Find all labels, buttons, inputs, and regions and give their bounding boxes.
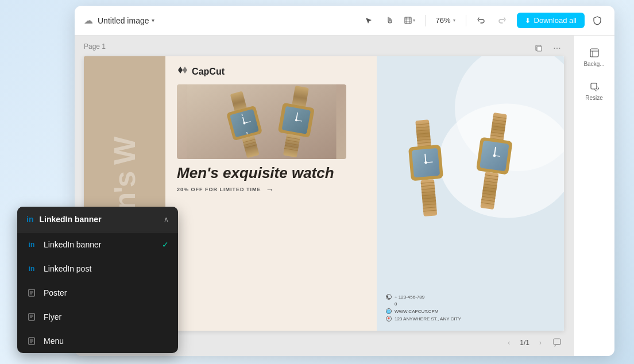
toolbar-center: ▾ 76% ▾: [361, 13, 510, 29]
dropdown-item-linkedin-banner-label: LinkedIn banner: [44, 240, 155, 249]
next-page-btn[interactable]: ›: [534, 336, 547, 349]
address-text: 123 ANYWHERE ST., ANY CITY: [395, 316, 461, 322]
poster-icon: [26, 288, 37, 298]
right-panel: Backg... Resize: [573, 36, 614, 356]
undo-btn[interactable]: [473, 13, 489, 29]
dropdown-item-flyer-label: Flyer: [44, 312, 169, 322]
pointer-icon: [365, 17, 373, 25]
comment-icon: [553, 338, 562, 347]
hand-tool-btn[interactable]: [381, 13, 397, 29]
dropdown-item-poster-label: Poster: [44, 288, 169, 297]
page-copy-btn[interactable]: [532, 41, 546, 55]
banner-middle-section: CapCut: [165, 56, 377, 331]
svg-rect-79: [554, 339, 560, 344]
chevron-down-icon: ▾: [152, 17, 154, 24]
copy-icon: [534, 44, 543, 53]
page-label: Page 1: [84, 42, 106, 51]
resize-icon: [589, 81, 600, 92]
svg-rect-81: [591, 83, 597, 89]
zoom-level-text: 76%: [436, 16, 451, 25]
banner-subtext-text: 20% OFF FOR LIMITED TIME: [177, 187, 261, 192]
resize-panel-btn[interactable]: Resize: [578, 76, 610, 106]
redo-btn[interactable]: [494, 13, 510, 29]
cloud-icon: ☁: [84, 15, 93, 26]
zoom-control[interactable]: 76% ▾: [432, 14, 459, 27]
address-row: 📍 123 ANYWHERE ST., ANY CITY: [386, 316, 461, 322]
svg-rect-86: [29, 313, 34, 320]
doc-title-text: Untitled image: [98, 16, 149, 25]
doc-title[interactable]: Untitled image ▾: [98, 16, 154, 25]
dropdown-item-menu[interactable]: Menu: [17, 329, 178, 353]
arrow-right-icon: →: [266, 185, 275, 194]
linkedin-banner-icon: in: [26, 239, 37, 250]
dropdown-item-linkedin-post-label: LinkedIn post: [44, 264, 169, 273]
svg-rect-87: [29, 338, 34, 344]
resize-btn-label: Resize: [585, 95, 603, 101]
frame-chevron-icon: ▾: [413, 18, 415, 23]
svg-rect-0: [405, 17, 411, 24]
contact-info: 📞 + 123-456-789 0 🌐 WWW.CAPCUT.CPM: [386, 294, 461, 322]
capcut-logo-icon: [177, 65, 188, 78]
menu-icon-svg: [28, 337, 36, 345]
linkedin-header-icon: in: [26, 215, 33, 224]
menu-item-icon: [26, 336, 37, 346]
hand-icon: [385, 17, 393, 25]
dropdown-item-linkedin-post[interactable]: in LinkedIn post: [17, 257, 178, 281]
prev-page-btn[interactable]: ‹: [502, 336, 515, 349]
svg-line-8: [247, 132, 248, 134]
poster-icon-svg: [28, 289, 36, 297]
phone-ext-row: 0: [386, 301, 461, 307]
watch-svg-right: [377, 56, 564, 276]
linkedin-post-icon: in: [26, 264, 37, 274]
flyer-icon: [26, 312, 37, 322]
toolbar-left: ☁ Untitled image ▾: [84, 15, 354, 26]
dropdown-item-flyer[interactable]: Flyer: [17, 305, 178, 329]
toolbar-right: ⬇ Download all: [517, 13, 605, 29]
download-all-btn[interactable]: ⬇ Download all: [517, 13, 585, 28]
svg-rect-80: [590, 49, 598, 57]
background-panel-btn[interactable]: Backg...: [578, 42, 610, 72]
bg-icon-svg: [589, 48, 600, 58]
undo-icon: [477, 17, 485, 25]
background-icon: [589, 47, 600, 59]
globe-icon: 🌐: [386, 308, 392, 314]
phone-icon: 📞: [386, 294, 392, 300]
dropdown-menu: in LinkedIn banner ∧ in LinkedIn banner …: [17, 207, 178, 353]
check-icon: ✓: [162, 240, 169, 249]
pointer-tool-btn[interactable]: [361, 13, 377, 29]
shield-icon: [592, 16, 602, 26]
shield-btn[interactable]: [589, 13, 605, 29]
svg-line-7: [242, 114, 242, 116]
dropdown-header[interactable]: in LinkedIn banner ∧: [17, 207, 178, 233]
background-btn-label: Backg...: [583, 61, 604, 67]
svg-rect-2: [537, 47, 542, 51]
watch-image-middle: [177, 84, 346, 159]
frame-tool-btn[interactable]: ▾: [402, 13, 418, 29]
frame-icon: [404, 17, 412, 24]
redo-icon: [498, 17, 506, 25]
dropdown-chevron-icon: ∧: [164, 215, 169, 223]
svg-rect-3: [187, 84, 337, 159]
dropdown-item-poster[interactable]: Poster: [17, 281, 178, 305]
phone-row: 📞 + 123-456-789: [386, 294, 461, 300]
page-actions: ···: [532, 41, 564, 55]
location-icon: 📍: [386, 316, 392, 322]
resize-icon-svg: [589, 82, 600, 92]
toolbar: ☁ Untitled image ▾: [75, 6, 614, 36]
zoom-chevron-icon: ▾: [453, 18, 455, 23]
toolbar-divider: [425, 15, 426, 26]
capcut-logo: CapCut: [177, 65, 365, 78]
dropdown-item-linkedin-banner[interactable]: in LinkedIn banner ✓: [17, 233, 178, 257]
capcut-icon: [177, 65, 188, 75]
website-text: WWW.CAPCUT.CPM: [395, 309, 438, 314]
banner-subtext: 20% OFF FOR LIMITED TIME →: [177, 185, 365, 194]
banner-headline: Men's exquisite watch: [177, 165, 365, 181]
comment-btn[interactable]: [551, 336, 564, 349]
page-more-btn[interactable]: ···: [550, 41, 564, 55]
dropdown-header-label: LinkedIn banner: [39, 215, 158, 224]
phone-text: + 123-456-789: [395, 295, 424, 300]
page-indicator: 1/1: [520, 339, 529, 347]
toolbar-divider-2: [466, 15, 466, 26]
flyer-icon-svg: [28, 313, 36, 321]
phone-ext-text: 0: [395, 301, 397, 307]
